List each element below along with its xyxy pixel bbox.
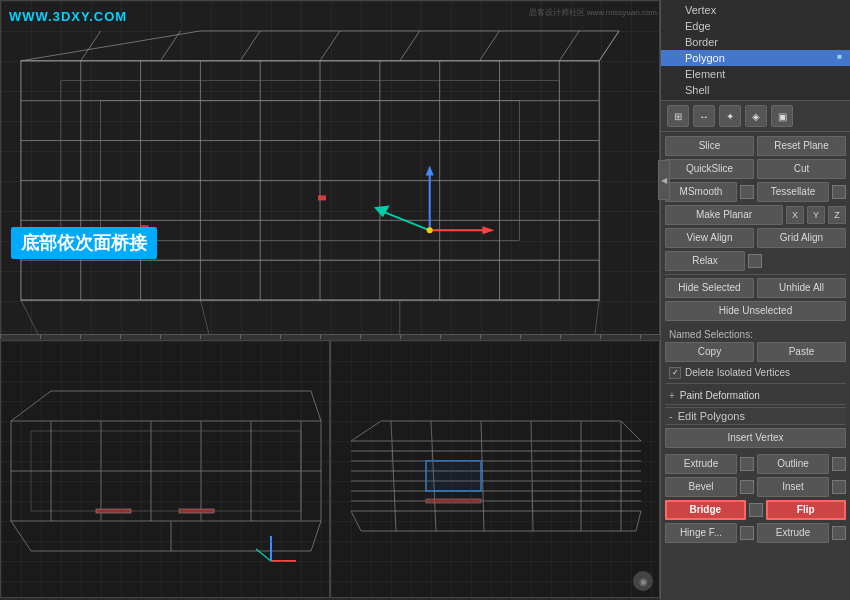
bottom-left-viewport[interactable]	[0, 340, 330, 598]
bevel-settings[interactable]	[740, 480, 754, 494]
hide-selected-button[interactable]: Hide Selected	[665, 278, 754, 298]
msmooth-button[interactable]: MSmooth	[665, 182, 737, 202]
tool-icon-2[interactable]: ↔	[693, 105, 715, 127]
tool-icon-3[interactable]: ✦	[719, 105, 741, 127]
named-selections-label: Named Selections:	[665, 327, 846, 342]
bottom-right-viewport[interactable]: ◉	[330, 340, 660, 598]
delete-isolated-row: ✓ Delete Isolated Vertices	[665, 365, 846, 380]
sel-edge[interactable]: Edge	[661, 18, 850, 34]
outline-button[interactable]: Outline	[757, 454, 829, 474]
view-align-button[interactable]: View Align	[665, 228, 754, 248]
y-button[interactable]: Y	[807, 206, 825, 224]
edit-poly-toggle-icon: -	[669, 410, 673, 422]
extrude2-settings[interactable]	[832, 526, 846, 540]
cut-button[interactable]: Cut	[757, 159, 846, 179]
svg-rect-41	[318, 195, 326, 200]
svg-line-10	[480, 31, 500, 61]
divider-2	[665, 383, 846, 384]
icon-toolbar: ⊞ ↔ ✦ ◈ ▣	[661, 101, 850, 132]
sel-element[interactable]: Element	[661, 66, 850, 82]
relax-button[interactable]: Relax	[665, 251, 745, 271]
unhide-all-button[interactable]: Unhide All	[757, 278, 846, 298]
mesh-wireframe	[1, 1, 659, 340]
svg-point-40	[427, 227, 433, 233]
svg-line-6	[161, 31, 181, 61]
delete-isolated-label: Delete Isolated Vertices	[685, 366, 790, 379]
hinge-settings[interactable]	[740, 526, 754, 540]
relax-settings[interactable]	[748, 254, 762, 268]
outline-settings[interactable]	[832, 457, 846, 471]
tool-icon-4[interactable]: ◈	[745, 105, 767, 127]
main-viewport[interactable]: WWW.3DXY.COM 思客设计师社区 www.missyuan.com 底部…	[0, 0, 660, 340]
z-button[interactable]: Z	[828, 206, 846, 224]
extrude-settings[interactable]	[740, 457, 754, 471]
hinge-button[interactable]: Hinge F...	[665, 523, 737, 543]
bevel-button[interactable]: Bevel	[665, 477, 737, 497]
selection-type-list: Vertex Edge Border Polygon Element Shell	[661, 0, 850, 101]
chinese-text-label: 底部依次面桥接	[11, 227, 157, 259]
svg-line-1	[21, 31, 200, 61]
bridge-settings[interactable]	[749, 503, 763, 517]
msmooth-settings[interactable]	[740, 185, 754, 199]
panel-collapse-arrow[interactable]: ◀	[658, 160, 670, 200]
sel-border[interactable]: Border	[661, 34, 850, 50]
camera-icon: ◉	[633, 571, 653, 591]
svg-line-11	[559, 31, 579, 61]
divider-1	[665, 274, 846, 275]
svg-rect-29	[101, 101, 520, 241]
paint-deformation-label: Paint Deformation	[680, 390, 760, 401]
paint-deform-toggle-icon: +	[669, 390, 675, 401]
svg-marker-37	[483, 226, 495, 234]
copy-button[interactable]: Copy	[665, 342, 754, 362]
extrude2-button[interactable]: Extrude	[757, 523, 829, 543]
watermark-3dxy: WWW.3DXY.COM	[9, 9, 127, 24]
quick-slice-button[interactable]: QuickSlice	[665, 159, 754, 179]
svg-line-8	[320, 31, 340, 61]
svg-line-7	[240, 31, 260, 61]
reset-plane-button[interactable]: Reset Plane	[757, 136, 846, 156]
edit-polygons-label: Edit Polygons	[678, 410, 745, 422]
tool-icon-1[interactable]: ⊞	[667, 105, 689, 127]
edit-polygons-section[interactable]: - Edit Polygons	[665, 407, 846, 425]
svg-line-9	[400, 31, 420, 61]
extrude-button[interactable]: Extrude	[665, 454, 737, 474]
right-panel: Vertex Edge Border Polygon Element Shell…	[660, 0, 850, 600]
paste-button[interactable]: Paste	[757, 342, 846, 362]
tool-icon-5[interactable]: ▣	[771, 105, 793, 127]
insert-vertex-button[interactable]: Insert Vertex	[665, 428, 846, 448]
viewport-grid-bottom-left	[1, 341, 329, 597]
watermark-missyuan: 思客设计师社区 www.missyuan.com	[529, 7, 657, 18]
sel-vertex[interactable]: Vertex	[661, 2, 850, 18]
inset-button[interactable]: Inset	[757, 477, 829, 497]
slice-button[interactable]: Slice	[665, 136, 754, 156]
x-button[interactable]: X	[786, 206, 804, 224]
sel-shell[interactable]: Shell	[661, 82, 850, 98]
svg-line-5	[81, 31, 101, 61]
bridge-button[interactable]: Bridge	[665, 500, 746, 520]
make-planar-button[interactable]: Make Planar	[665, 205, 783, 225]
sel-polygon[interactable]: Polygon	[661, 50, 850, 66]
viewport-grid-bottom-right	[331, 341, 659, 597]
svg-marker-35	[426, 165, 434, 175]
tessellate-settings[interactable]	[832, 185, 846, 199]
inset-settings[interactable]	[832, 480, 846, 494]
buttons-panel: Slice Reset Plane QuickSlice Cut MSmooth…	[661, 132, 850, 550]
svg-marker-39	[374, 205, 390, 217]
grid-align-button[interactable]: Grid Align	[757, 228, 846, 248]
svg-line-4	[599, 31, 619, 61]
paint-deformation-section[interactable]: + Paint Deformation	[665, 387, 846, 405]
hide-unselected-button[interactable]: Hide Unselected	[665, 301, 846, 321]
flip-button[interactable]: Flip	[766, 500, 847, 520]
delete-isolated-checkbox[interactable]: ✓	[669, 367, 681, 379]
tessellate-button[interactable]: Tessellate	[757, 182, 829, 202]
